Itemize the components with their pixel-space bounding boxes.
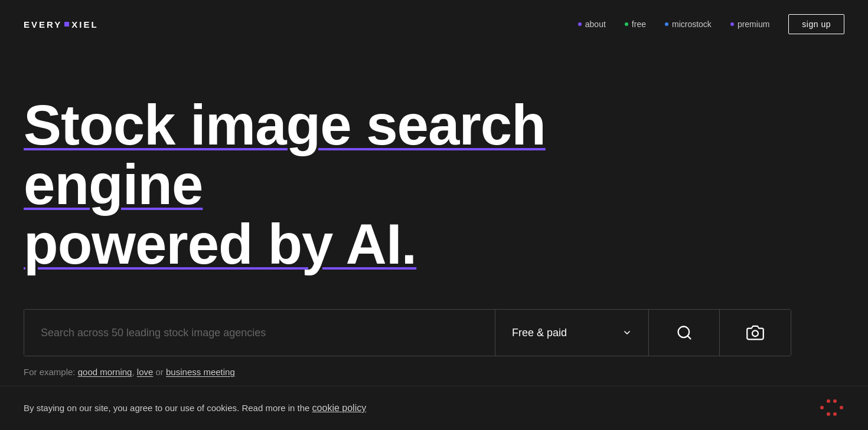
cdot-10 <box>827 412 830 416</box>
cookie-text-container: By staying on our site, you agree to our… <box>24 403 366 413</box>
example-link-love[interactable]: love <box>137 367 154 377</box>
cookie-logo-icon <box>820 399 844 417</box>
nav-dot-about <box>578 22 582 26</box>
search-input[interactable] <box>24 310 495 356</box>
cookie-text: By staying on our site, you agree to our… <box>24 403 312 413</box>
filter-label: Free & paid <box>512 327 567 339</box>
sign-up-button[interactable]: sign up <box>788 14 844 34</box>
hero-title: Stock image search engine powered by AI. <box>24 96 614 274</box>
nav-label-about: about <box>585 19 606 29</box>
cdot-2 <box>827 399 830 403</box>
svg-point-2 <box>752 331 758 337</box>
camera-search-button[interactable] <box>720 310 791 356</box>
search-examples: For example: good morning, love or busin… <box>24 367 844 377</box>
separator1: , <box>132 367 136 377</box>
nav-label-premium: premium <box>738 19 769 29</box>
examples-prefix: For example: <box>24 367 76 377</box>
nav-link-premium[interactable]: premium <box>730 19 769 29</box>
chevron-down-icon <box>622 328 632 337</box>
separator2: or <box>153 367 166 377</box>
cdot-8 <box>840 406 843 409</box>
nav-link-microstock[interactable]: microstock <box>665 19 712 29</box>
navigation: EVERY XIEL about free microstock premium… <box>0 0 868 48</box>
nav-link-free[interactable]: free <box>625 19 646 29</box>
cookie-policy-link[interactable]: cookie policy <box>312 403 367 413</box>
search-icon <box>676 324 693 341</box>
nav-label-microstock: microstock <box>672 19 712 29</box>
nav-right: about free microstock premium sign up <box>578 14 844 34</box>
nav-label-free: free <box>632 19 646 29</box>
logo-pixel-icon <box>64 22 69 27</box>
example-link-business-meeting[interactable]: business meeting <box>166 367 235 377</box>
hero-title-line1: Stock image search engine <box>24 96 614 215</box>
svg-line-1 <box>687 336 690 339</box>
nav-link-about[interactable]: about <box>578 19 606 29</box>
search-bar: Free & paid <box>24 309 791 356</box>
cookie-banner: By staying on our site, you agree to our… <box>0 386 868 430</box>
logo-text-2: XIEL <box>71 19 98 29</box>
hero-title-line2: powered by AI. <box>24 215 614 274</box>
nav-dot-microstock <box>665 22 668 26</box>
logo[interactable]: EVERY XIEL <box>24 19 99 29</box>
filter-dropdown[interactable]: Free & paid <box>495 310 649 356</box>
cdot-5 <box>820 406 824 409</box>
cdot-3 <box>833 399 837 403</box>
camera-icon <box>746 324 764 342</box>
nav-dot-free <box>625 22 628 26</box>
nav-dot-premium <box>730 22 734 26</box>
cdot-11 <box>833 412 837 416</box>
example-link-good-morning[interactable]: good morning <box>78 367 132 377</box>
search-button[interactable] <box>649 310 720 356</box>
logo-text: EVERY <box>24 19 62 29</box>
hero-section: Stock image search engine powered by AI.… <box>0 48 868 412</box>
search-input-wrapper <box>24 310 495 356</box>
